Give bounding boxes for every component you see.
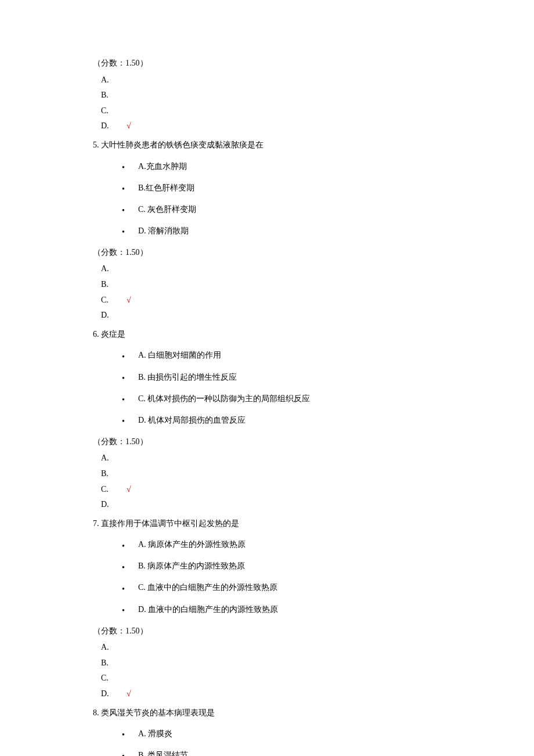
ans-letter-c: C. (101, 671, 127, 686)
q8-opt-b: ●B. 类风湿结节 (122, 748, 447, 756)
q6-opt-b: ●B. 由损伤引起的增生性反应 (122, 370, 447, 386)
ans-letter-a: A. (101, 261, 127, 277)
q4-ans-a: A. (101, 73, 447, 88)
check-icon: √ (127, 689, 131, 698)
bullet-icon: ● (122, 563, 138, 571)
ans-letter-d: D. (101, 308, 127, 323)
q5-ans-d: D. (101, 308, 447, 323)
q5-options: ●A.充血水肿期 ●B.红色肝样变期 ●C. 灰色肝样变期 ●D. 溶解消散期 (122, 159, 447, 239)
score-prefix: （分数： (93, 437, 125, 446)
q5-opt-a: ●A.充血水肿期 (122, 159, 447, 175)
q6-options: ●A. 白细胞对细菌的作用 ●B. 由损伤引起的增生性反应 ●C. 机体对损伤的… (122, 348, 447, 428)
ans-letter-a: A. (101, 640, 127, 656)
opt-text: C. 血液中的白细胞产生的外源性致热原 (138, 584, 277, 592)
q4-ans-d: D.√ (101, 118, 447, 134)
q7-ans-d: D.√ (101, 686, 447, 702)
q7-ans-a: A. (101, 640, 447, 656)
score-prefix: （分数： (93, 627, 125, 635)
q4-ans-c: C. (101, 103, 447, 119)
ans-letter-b: B. (101, 88, 127, 103)
opt-text: B.红色肝样变期 (138, 183, 194, 192)
bullet-icon: ● (122, 730, 138, 739)
q6-opt-a: ●A. 白细胞对细菌的作用 (122, 348, 447, 363)
score-value: 1.50 (125, 248, 140, 257)
ans-letter-c: C. (101, 103, 127, 119)
opt-text: C. 机体对损伤的一种以防御为主的局部组织反应 (138, 394, 310, 403)
opt-text: B. 由损伤引起的增生性反应 (138, 373, 237, 381)
q7-score: （分数：1.50） (93, 624, 447, 639)
opt-text: A. 病原体产生的外源性致热原 (138, 541, 246, 549)
q7-ans-c: C. (101, 671, 447, 686)
q7-ans-b: B. (101, 656, 447, 671)
bullet-icon: ● (122, 184, 138, 193)
q7-title: 7. 直接作用于体温调节中枢引起发热的是 (93, 516, 447, 532)
score-prefix: （分数： (93, 248, 125, 257)
q7-opt-a: ●A. 病原体产生的外源性致热原 (122, 537, 447, 553)
q5-opt-c: ●C. 灰色肝样变期 (122, 202, 447, 218)
ans-letter-d: D. (101, 497, 127, 513)
bullet-icon: ● (122, 373, 138, 382)
ans-letter-a: A. (101, 73, 127, 88)
q7-opt-b: ●B. 病原体产生的内源性致热原 (122, 559, 447, 574)
score-suffix: ） (140, 248, 148, 257)
ans-letter-b: B. (101, 656, 127, 671)
q5-opt-d: ●D. 溶解消散期 (122, 224, 447, 239)
bullet-icon: ● (122, 606, 138, 614)
q5-opt-b: ●B.红色肝样变期 (122, 181, 447, 196)
opt-text: D. 溶解消散期 (138, 226, 189, 235)
score-suffix: ） (140, 627, 148, 635)
q5-score: （分数：1.50） (93, 245, 447, 261)
opt-text: A.充血水肿期 (138, 162, 187, 171)
ans-letter-c: C. (101, 293, 127, 308)
q6-ans-b: B. (101, 466, 447, 482)
q6-opt-d: ●D. 机体对局部损伤的血管反应 (122, 413, 447, 429)
score-suffix: ） (140, 437, 148, 446)
check-icon: √ (127, 485, 131, 494)
opt-text: A. 滑膜炎 (138, 730, 172, 739)
page: （分数：1.50） A. B. C. D.√ 5. 大叶性肺炎患者的铁锈色痰变成… (0, 0, 534, 756)
bullet-icon: ● (122, 395, 138, 404)
q8-title: 8. 类风湿关节炎的基本病理表现是 (93, 705, 447, 721)
check-icon: √ (127, 121, 131, 130)
q5-ans-a: A. (101, 261, 447, 277)
bullet-icon: ● (122, 163, 138, 171)
q7-opt-c: ●C. 血液中的白细胞产生的外源性致热原 (122, 580, 447, 596)
q7-opt-d: ●D. 血液中的白细胞产生的内源性致热原 (122, 602, 447, 618)
bullet-icon: ● (122, 751, 138, 756)
ans-letter-c: C. (101, 482, 127, 498)
opt-text: D. 机体对局部损伤的血管反应 (138, 416, 246, 424)
q6-score: （分数：1.50） (93, 434, 447, 450)
opt-text: B. 类风湿结节 (138, 751, 188, 756)
q6-opt-c: ●C. 机体对损伤的一种以防御为主的局部组织反应 (122, 391, 447, 407)
bullet-icon: ● (122, 227, 138, 236)
bullet-icon: ● (122, 541, 138, 550)
q5-ans-c: C.√ (101, 293, 447, 308)
q5-ans-b: B. (101, 277, 447, 293)
score-suffix: ） (140, 59, 148, 67)
score-value: 1.50 (125, 59, 140, 67)
q7-options: ●A. 病原体产生的外源性致热原 ●B. 病原体产生的内源性致热原 ●C. 血液… (122, 537, 447, 617)
q5-title: 5. 大叶性肺炎患者的铁锈色痰变成黏液脓痰是在 (93, 138, 447, 153)
q6-ans-d: D. (101, 497, 447, 513)
ans-letter-d: D. (101, 686, 127, 702)
q8-options: ●A. 滑膜炎 ●B. 类风湿结节 (122, 726, 447, 756)
bullet-icon: ● (122, 352, 138, 361)
ans-letter-b: B. (101, 466, 127, 482)
opt-text: A. 白细胞对细菌的作用 (138, 351, 221, 360)
ans-letter-a: A. (101, 451, 127, 466)
q8-opt-a: ●A. 滑膜炎 (122, 726, 447, 742)
score-value: 1.50 (125, 437, 140, 446)
q6-ans-c: C.√ (101, 482, 447, 498)
bullet-icon: ● (122, 416, 138, 425)
ans-letter-b: B. (101, 277, 127, 293)
q4-score: （分数：1.50） (93, 56, 447, 71)
bullet-icon: ● (122, 206, 138, 214)
q4-ans-b: B. (101, 88, 447, 103)
check-icon: √ (127, 296, 131, 304)
opt-text: C. 灰色肝样变期 (138, 205, 196, 214)
ans-letter-d: D. (101, 118, 127, 134)
q6-title: 6. 炎症是 (93, 327, 447, 343)
q6-ans-a: A. (101, 451, 447, 466)
score-prefix: （分数： (93, 59, 125, 67)
opt-text: D. 血液中的白细胞产生的内源性致热原 (138, 605, 278, 614)
